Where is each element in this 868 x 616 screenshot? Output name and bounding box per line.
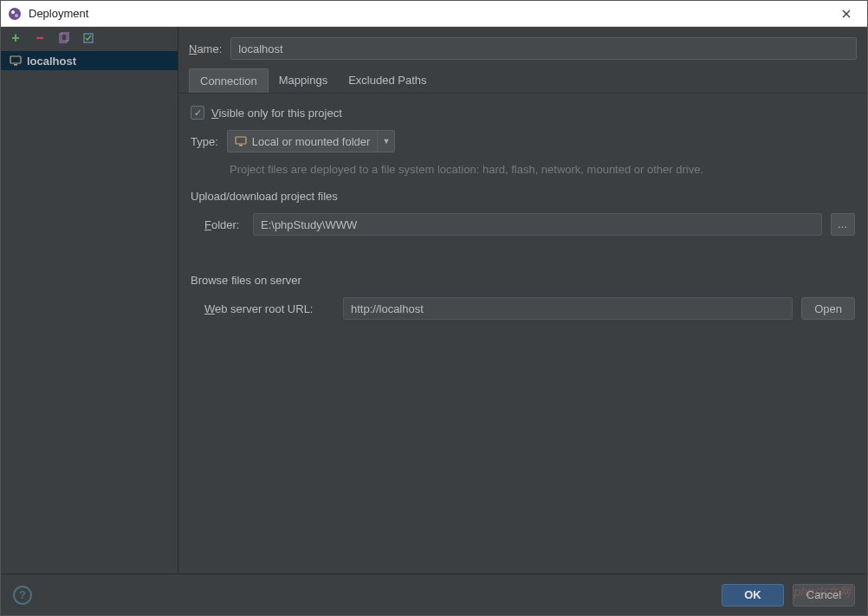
svg-point-0 xyxy=(9,8,21,20)
type-value: Local or mounted folder xyxy=(252,135,371,148)
svg-point-2 xyxy=(15,14,18,17)
add-server-button[interactable]: + xyxy=(8,30,23,46)
visible-only-checkbox[interactable]: ✓ xyxy=(191,106,204,120)
chevron-down-icon: ▼ xyxy=(377,131,394,152)
folder-row: Folder: … xyxy=(191,213,855,236)
tab-content-connection: ✓ Visible only for this project Type: Lo… xyxy=(178,94,867,328)
folder-input[interactable] xyxy=(253,213,822,236)
folder-browse-button[interactable]: … xyxy=(831,213,855,236)
svg-rect-6 xyxy=(10,56,21,63)
name-input[interactable] xyxy=(230,37,857,60)
main-panel: Name: Connection Mappings Excluded Paths… xyxy=(178,27,867,574)
help-button[interactable]: ? xyxy=(13,586,32,605)
webroot-label: Web server root URL: xyxy=(204,302,334,315)
ok-button[interactable]: OK xyxy=(722,584,784,606)
tab-connection[interactable]: Connection xyxy=(189,68,269,93)
monitor-icon xyxy=(10,55,22,67)
server-item-localhost[interactable]: localhost xyxy=(1,51,178,70)
tabs: Connection Mappings Excluded Paths xyxy=(178,68,867,94)
tab-excluded-paths[interactable]: Excluded Paths xyxy=(338,68,437,93)
monitor-icon xyxy=(235,135,247,147)
upload-section-title: Upload/download project files xyxy=(191,190,855,203)
deployment-dialog: Deployment + − xyxy=(0,0,868,616)
name-label: Name: xyxy=(189,42,222,55)
remove-server-button[interactable]: − xyxy=(32,30,48,46)
dialog-footer: ? OK Cancel xyxy=(1,574,867,615)
type-row: Type: Local or mounted folder ▼ xyxy=(191,130,855,152)
titlebar: Deployment xyxy=(1,1,867,27)
folder-label: Folder: xyxy=(204,218,244,231)
app-icon xyxy=(8,7,22,21)
svg-rect-8 xyxy=(236,137,246,144)
copy-server-button[interactable] xyxy=(56,30,72,46)
svg-point-1 xyxy=(11,10,15,14)
svg-rect-7 xyxy=(14,64,17,66)
server-list-sidebar: + − localhost xyxy=(1,27,178,574)
type-label: Type: xyxy=(191,135,218,148)
window-title: Deployment xyxy=(29,7,88,20)
tab-mappings[interactable]: Mappings xyxy=(269,68,338,93)
browse-section-title: Browse files on server xyxy=(191,274,855,287)
set-default-button[interactable] xyxy=(81,30,96,46)
visible-only-label: Visible only for this project xyxy=(211,107,342,120)
type-hint: Project files are deployed to a file sys… xyxy=(191,163,855,176)
name-row: Name: xyxy=(178,27,867,68)
window-close-button[interactable] xyxy=(826,2,865,26)
server-list: localhost xyxy=(1,49,178,574)
webroot-row: Web server root URL: Open xyxy=(191,297,855,320)
type-dropdown[interactable]: Local or mounted folder ▼ xyxy=(227,130,396,152)
svg-rect-9 xyxy=(239,145,243,146)
visible-only-row[interactable]: ✓ Visible only for this project xyxy=(191,106,855,120)
open-button[interactable]: Open xyxy=(801,297,855,320)
cancel-button[interactable]: Cancel xyxy=(793,584,855,606)
server-item-label: localhost xyxy=(27,55,76,68)
sidebar-toolbar: + − xyxy=(1,27,178,49)
webroot-input[interactable] xyxy=(343,297,793,320)
